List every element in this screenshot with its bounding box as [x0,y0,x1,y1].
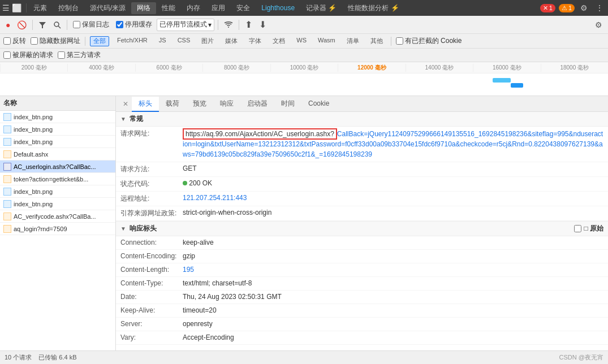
request-url-link[interactable]: https://aq.99.com/AjaxAction/AC_userlogi… [183,128,337,140]
hide-data-urls-checkbox[interactable]: 隐藏数据网址 [31,36,80,46]
tab-headers[interactable]: 标头 [132,97,159,112]
filter-other[interactable]: 其他 [367,36,386,46]
network-toolbar: ● 🚫 保留日志 停用缓存 已停用节流模式 ▾ ⬆ ⬇ ⚙ [0,16,608,34]
filter-media[interactable]: 媒体 [222,36,241,46]
menu-item-memory[interactable]: 内存 [181,2,206,14]
tab-cookie[interactable]: Cookie [301,97,336,111]
close-detail-button[interactable]: ✕ [119,100,132,108]
square-icon[interactable]: ⬜ [12,3,21,12]
menu-item-performance[interactable]: 性能 [156,2,181,14]
tab-timing[interactable]: 时间 [274,97,301,112]
filter-manifest[interactable]: 清单 [343,36,363,46]
request-url-row: 请求网址: https://aq.99.com/AjaxAction/AC_us… [116,127,608,162]
response-header-label: Keep-Alive: [120,306,183,314]
clear-button[interactable]: 🚫 [15,19,29,31]
list-item[interactable]: index_btn.png [0,111,115,123]
tab-payload[interactable]: 载荷 [159,97,186,112]
wifi-icon-btn[interactable] [222,20,235,29]
tick-6: 14000 毫秒 [406,64,473,72]
hamburger-icon[interactable]: ☰ [2,3,10,12]
req-icon-img [3,113,11,121]
list-item[interactable]: token?action=getticket&b... [0,173,115,185]
status-code-row: 状态代码: 200 OK [116,177,608,192]
export-button[interactable]: ⬇ [257,18,269,31]
tick-1: 4000 毫秒 [67,64,135,72]
record-button[interactable]: ● [3,19,12,31]
menu-item-elements[interactable]: 元素 [28,2,53,14]
filter-css[interactable]: CSS [174,36,194,46]
list-item[interactable]: index_btn.png [0,136,115,148]
error-badge: ✕ 1 [540,4,555,12]
tick-0: 2000 毫秒 [0,64,67,72]
dropdown-arrow: ▾ [208,21,212,29]
list-item-selected[interactable]: AC_userlogin.ashx?CallBac... [0,161,115,173]
response-headers-section-header[interactable]: ▼ 响应标头 □ 原始 [116,221,608,236]
list-item[interactable]: index_btn.png [0,198,115,210]
import-button[interactable]: ⬆ [243,18,255,31]
network-settings-button[interactable]: ⚙ [593,19,605,31]
menu-item-recorder[interactable]: 记录器 ⚡ [300,2,342,14]
response-header-row: Date: Thu, 24 Aug 2023 02:50:31 GMT [116,291,608,304]
list-item[interactable]: index_btn.png [0,185,115,198]
timeline-chart [0,73,608,96]
menu-item-console[interactable]: 控制台 [53,2,84,14]
list-item[interactable]: AC_verifycode.ashx?CallBa... [0,210,115,223]
filter-fetch-xhr[interactable]: Fetch/XHR [114,36,151,46]
transferred-size: 已传输 6.4 kB [38,353,76,362]
tab-preview[interactable]: 预览 [186,97,213,112]
filter-bar: 反转 隐藏数据网址 全部 Fetch/XHR JS CSS 图片 媒体 字体 文… [0,34,608,49]
req-icon-ashx [3,225,11,233]
menu-item-lighthouse[interactable]: Lighthouse [256,3,300,13]
request-url-label: 请求网址: [120,129,183,138]
filter-doc[interactable]: 文档 [269,36,288,46]
toolbar-sep-2 [67,20,67,30]
toolbar-right: ⚙ [593,19,605,31]
detail-panel: ✕ 标头 载荷 预览 响应 启动器 时间 Cookie ▼ 常规 请求网址: h… [116,96,608,364]
general-section-header[interactable]: ▼ 常规 [116,112,608,127]
name-column-header: 名称 [3,98,17,108]
third-party-checkbox[interactable]: 第三方请求 [58,50,101,60]
menu-item-perf-insights[interactable]: 性能数据分析 ⚡ [342,2,404,14]
menu-item-network[interactable]: 网络 [131,2,156,14]
settings-icon[interactable]: ⚙ [578,2,590,14]
menu-item-sources[interactable]: 源代码/来源 [84,2,131,14]
menu-item-application[interactable]: 应用 [206,2,231,14]
blocked-cookies-checkbox[interactable]: 有已拦截的 Cookie [396,36,462,46]
response-header-row: Content-Encoding: gzip [116,250,608,263]
menu-bar: ☰ ⬜ 元素 控制台 源代码/来源 网络 性能 内存 应用 安全 Lightho… [0,0,608,16]
tab-initiator[interactable]: 启动器 [240,97,274,112]
svg-marker-0 [39,22,46,28]
req-filter-bar: 被屏蔽的请求 第三方请求 [0,49,608,62]
blocked-requests-checkbox[interactable]: 被屏蔽的请求 [3,50,53,60]
invert-checkbox[interactable]: 反转 [3,36,26,46]
response-header-label: Content-Encoding: [120,252,183,260]
req-name: index_btn.png [14,126,112,133]
original-checkbox[interactable] [574,225,581,232]
filter-ws[interactable]: WS [293,36,310,46]
remote-addr-value[interactable]: 121.207.254.211:443 [183,194,603,202]
filter-img[interactable]: 图片 [198,36,217,46]
menu-item-security[interactable]: 安全 [231,2,256,14]
filter-button[interactable] [36,20,49,30]
request-url-value[interactable]: https://aq.99.com/AjaxAction/AC_userlogi… [183,129,603,159]
timeline: 2000 毫秒 4000 毫秒 6000 毫秒 8000 毫秒 10000 毫秒… [0,62,608,96]
filter-js[interactable]: JS [156,36,170,46]
throttle-dropdown[interactable]: 已停用节流模式 ▾ [157,19,214,31]
detail-content: ▼ 常规 请求网址: https://aq.99.com/AjaxAction/… [116,112,608,345]
filter-wasm[interactable]: Wasm [314,36,339,46]
tab-response[interactable]: 响应 [213,97,240,112]
req-name: AC_verifycode.ashx?CallBa... [14,213,112,220]
search-button[interactable] [51,20,63,30]
list-item[interactable]: index_btn.png [0,123,115,136]
filter-all[interactable]: 全部 [90,36,109,46]
preserve-log-checkbox[interactable]: 保留日志 [71,20,111,29]
request-method-label: 请求方法: [120,164,183,174]
list-item[interactable]: aq_login?rnd=7509 [0,223,115,235]
tick-5: 12000 毫秒 [338,64,405,72]
filter-font[interactable]: 字体 [245,36,265,46]
list-item[interactable]: Default.ashx [0,148,115,161]
response-header-label: Content-Length: [120,266,183,274]
disable-cache-checkbox[interactable]: 停用缓存 [114,20,154,29]
main-area: 名称 index_btn.png index_btn.png index_btn… [0,96,608,364]
more-options-icon[interactable]: ⋮ [593,2,606,14]
